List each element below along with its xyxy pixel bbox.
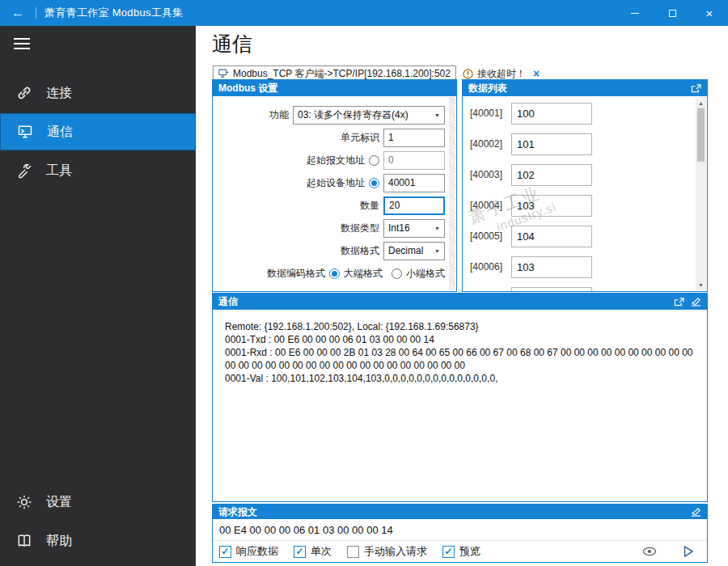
panel-header: 通信 [213,294,707,310]
log-line: 0001-Val : 100,101,102,103,104,103,0,0,0… [225,372,695,385]
input-value: 0 [388,154,394,166]
setting-row-start-dev-addr: 起始设备地址 40001 [213,171,456,194]
sidebar-item-help[interactable]: 帮助 [0,522,196,560]
start-msg-addr-input[interactable]: 0 [383,151,445,170]
big-endian-radio[interactable] [329,268,340,279]
checkbox-label: 单次 [311,544,332,559]
register-value-input[interactable]: 102 [511,164,592,186]
status-text: 接收超时！ [477,67,526,81]
start-dev-addr-radio[interactable] [369,178,379,188]
list-item: [40006] 103 [463,251,707,282]
data-list-panel: 数据列表 [40001] 100 [40002] [462,79,708,292]
connection-status: 接收超时！ × [463,67,540,81]
big-endian-label: 大端格式 [344,267,383,281]
input-value: 40001 [388,177,415,188]
register-value-input[interactable] [511,287,592,292]
field-label: 单元标识 [341,131,379,145]
chevron-down-icon: ▼ [434,112,440,118]
eraser-icon[interactable] [691,297,701,306]
back-button[interactable]: ← [0,0,36,26]
field-label: 数据类型 [341,222,379,235]
field-label: 功能 [269,108,289,122]
sidebar-item-settings[interactable]: 设置 [0,484,196,521]
register-value-input[interactable]: 104 [511,226,592,247]
data-list-body: [40001] 100 [40002] 101 [40003] 102 [400… [463,96,707,291]
tools-icon [15,162,33,180]
input-value: 20 [389,200,400,211]
maximize-icon [669,10,676,17]
sidebar-item-connect[interactable]: 连接 [0,74,196,112]
eraser-icon[interactable] [691,507,701,517]
log-line: 0001-Rxd : 00 E6 00 00 00 2B 01 03 28 00… [225,346,695,372]
sidebar-item-tools[interactable]: 工具 [0,152,196,189]
scroll-down-icon[interactable]: ▼ [696,279,706,290]
list-item: [40004] 103 [463,190,707,221]
sidebar-item-label: 工具 [46,163,72,180]
request-message-input[interactable]: 00 E4 00 00 00 06 01 03 00 00 00 14 [213,519,707,541]
setting-row-quantity: 数量 20 [213,194,456,217]
chevron-down-icon: ▼ [434,248,440,254]
data-list-scrollbar[interactable]: ▲ ▼ [696,97,706,290]
minimize-button[interactable] [616,0,654,26]
input-value: 104 [517,230,535,243]
panel-title: 请求报文 [218,505,257,519]
register-address: [40005] [470,230,507,242]
single-shot-checkbox[interactable]: ✓ [294,546,306,558]
sidebar-nav: 连接 通信 工具 [0,74,196,191]
selected-value: Int16 [388,222,410,234]
manual-request-checkbox[interactable]: ✓ [347,546,359,558]
titlebar: ← 萧育青工作室 Modbus工具集 × [0,0,728,26]
close-icon: × [706,6,713,20]
send-play-icon[interactable] [683,545,694,558]
quantity-input[interactable]: 20 [383,196,445,215]
selected-value: Decimal [388,245,423,256]
register-value-input[interactable]: 103 [511,256,592,278]
response-data-checkbox[interactable]: ✓ [219,546,231,558]
start-dev-addr-input[interactable]: 40001 [383,174,445,192]
register-value-input[interactable]: 103 [511,195,592,217]
input-value: 00 E4 00 00 00 06 01 03 00 00 00 14 [219,524,393,536]
scrollbar-thumb[interactable] [697,108,705,162]
popout-icon[interactable] [691,84,701,93]
settings-scrollbar[interactable] [449,97,455,290]
maximize-button[interactable] [654,0,691,26]
scroll-up-icon[interactable]: ▲ [696,97,706,108]
setting-row-data-type: 数据类型 Int16 ▼ [213,217,456,239]
warning-info-icon [463,69,473,79]
scrollbar-track[interactable] [696,108,706,279]
little-endian-radio[interactable] [392,268,402,279]
preview-checkbox[interactable]: ✓ [442,546,455,558]
eye-icon[interactable] [642,546,657,557]
register-value-input[interactable]: 101 [511,133,592,155]
sidebar: 连接 通信 工具 [0,26,196,566]
function-select[interactable]: 03: 读多个保持寄存器(4x) ▼ [293,106,445,125]
selected-value: 03: 读多个保持寄存器(4x) [298,108,408,122]
settings-body: 功能 03: 读多个保持寄存器(4x) ▼ 单元标识 1 起始报文地址 [213,96,456,285]
panel-title: 通信 [218,295,238,309]
hamburger-button[interactable] [0,26,196,57]
input-value: 1 [388,132,394,143]
data-format-select[interactable]: Decimal ▼ [383,242,445,260]
unit-id-input[interactable]: 1 [383,129,445,147]
sidebar-item-label: 连接 [46,85,72,102]
field-label: 起始设备地址 [307,176,365,190]
data-type-select[interactable]: Int16 ▼ [383,219,445,238]
sidebar-item-communication[interactable]: 通信 [0,113,196,150]
modbus-settings-panel: Modbus 设置 功能 03: 读多个保持寄存器(4x) ▼ 单元标识 1 [212,79,457,292]
chevron-down-icon: ▼ [434,226,440,231]
titlebar-separator [36,7,36,19]
list-item-partial [463,282,707,291]
register-value-input[interactable]: 100 [511,103,592,125]
start-msg-addr-radio[interactable] [369,155,379,166]
sidebar-bottom-nav: 设置 帮助 [0,484,196,561]
close-button[interactable]: × [691,0,728,26]
list-item: [40003] 102 [463,159,707,190]
manual-request-option: ✓ 手动输入请求 [347,544,427,559]
tab-close-icon[interactable]: × [533,67,540,80]
popout-icon[interactable] [674,298,684,306]
input-value: 100 [517,108,535,120]
register-address: [40003] [470,169,507,180]
list-item: [40005] 104 [463,221,707,251]
register-address: [40006] [470,261,507,272]
check-icon: ✓ [221,547,229,556]
